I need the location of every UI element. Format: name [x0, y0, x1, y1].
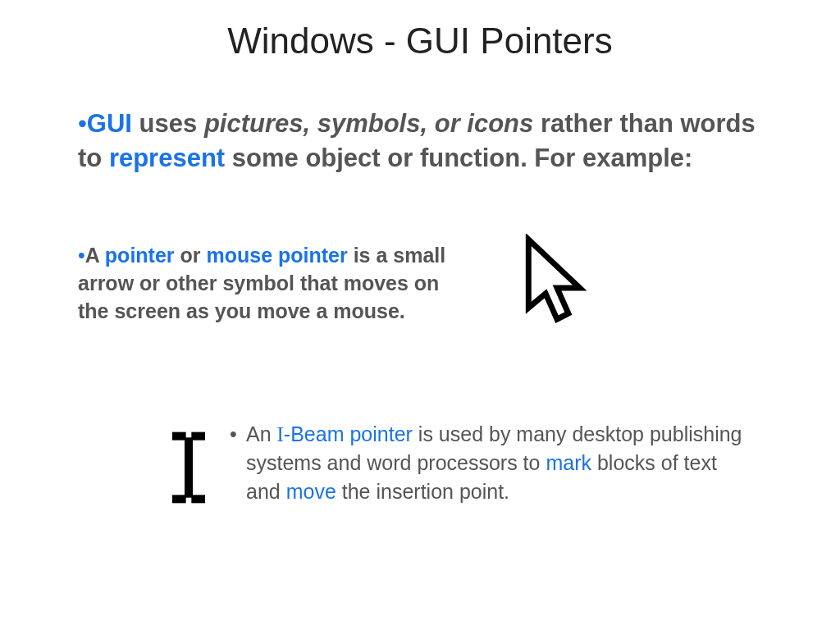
svg-rect-2: [191, 432, 205, 441]
text-segment: the insertion point.: [336, 480, 509, 503]
text-segment: or: [175, 244, 207, 267]
keyword-gui: GUI: [87, 109, 132, 138]
keyword-mouse-pointer: mouse pointer: [206, 244, 347, 267]
keyword-pointer: pointer: [105, 244, 175, 267]
mouse-arrow-pointer-icon: [517, 234, 603, 336]
bullet-icon: •: [78, 109, 87, 138]
italic-text: pictures, symbols, or icons: [204, 109, 533, 138]
ibeam-paragraph: • An I-Beam pointer is used by many desk…: [246, 420, 755, 506]
text-segment: An: [246, 422, 277, 445]
text-segment: A: [85, 244, 105, 267]
slide-title: Windows - GUI Pointers: [0, 18, 840, 63]
svg-rect-1: [172, 432, 186, 441]
i-beam-pointer-icon: [160, 427, 217, 509]
bullet-icon: •: [78, 244, 85, 267]
svg-rect-3: [172, 495, 186, 503]
pointer-section: •A pointer or mouse pointer is a small a…: [78, 242, 783, 325]
bullet-icon: •: [230, 420, 237, 449]
keyword-move: move: [286, 480, 336, 503]
keyword-beam-pointer: -Beam pointer: [284, 422, 413, 445]
intro-paragraph: •GUI uses pictures, symbols, or icons ra…: [78, 107, 759, 176]
keyword-i: I: [277, 423, 284, 445]
pointer-paragraph: •A pointer or mouse pointer is a small a…: [78, 242, 463, 325]
text-segment: some object or function. For example:: [225, 144, 692, 172]
keyword-mark: mark: [546, 451, 591, 474]
svg-rect-0: [185, 437, 193, 497]
text-segment: uses: [132, 109, 204, 138]
svg-rect-4: [191, 495, 205, 503]
keyword-represent: represent: [109, 144, 225, 172]
